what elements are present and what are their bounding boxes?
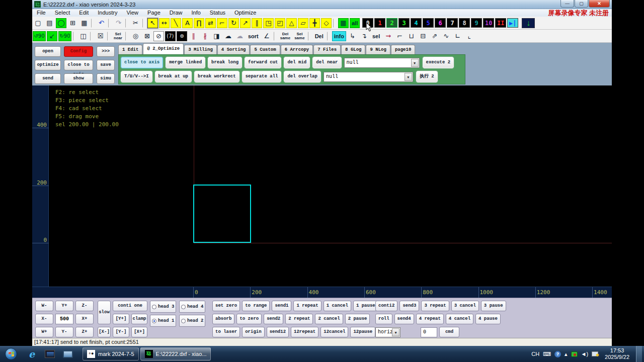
keyboard-icon[interactable]: ⌨ <box>543 351 551 357</box>
tab-7-files[interactable]: 7 Files <box>313 45 341 54</box>
display-taskbar-icon[interactable] <box>60 347 75 360</box>
to-laser-button[interactable]: to laser <box>212 327 240 337</box>
minimize-button[interactable]: — <box>560 0 574 8</box>
select-near-button[interactable]: Sel near <box>112 31 124 41</box>
save-left-button[interactable]: save <box>97 60 115 70</box>
restore-button[interactable]: ▢ <box>575 0 588 8</box>
tuv-to-i-button[interactable]: T/U/V-->I <box>121 71 152 82</box>
media-player-taskbar-icon[interactable] <box>42 347 57 360</box>
start-button[interactable] <box>5 348 17 360</box>
1-repeat-button[interactable]: 1 repeat <box>293 301 321 311</box>
cloud-fill-icon[interactable]: ☁ <box>223 31 233 41</box>
optimize-dropdown-2[interactable]: null ▼ <box>324 72 413 82</box>
to-zero-button[interactable]: to zero <box>236 314 262 324</box>
layer-7-button[interactable]: 7 <box>447 18 458 28</box>
layer-6-button[interactable]: 6 <box>435 18 446 28</box>
layer-8-button[interactable]: 8 <box>459 18 470 28</box>
toolbar-icon[interactable] <box>108 19 112 28</box>
del-mid-button[interactable]: del mid <box>284 57 310 68</box>
direction-dropdown[interactable]: horizo ▼ <box>375 327 400 337</box>
12repeat-button[interactable]: 12repeat <box>291 327 318 337</box>
clamp-button[interactable]: clamp <box>131 314 147 324</box>
4-repeat-button[interactable]: 4 repeat <box>416 314 444 324</box>
cmd-value-input[interactable]: 0 <box>421 327 437 337</box>
select-cursor-icon[interactable]: ↖ <box>147 18 158 28</box>
cloud-outline-icon[interactable]: ☁ <box>234 31 245 41</box>
l-corner-arc-icon[interactable]: ⌞ <box>464 31 474 41</box>
layer-3-button[interactable]: 3 <box>398 18 410 28</box>
offset-box-icon[interactable]: ◳ <box>263 18 274 28</box>
save-icon[interactable]: ▦ <box>79 18 90 28</box>
diamond-path-icon[interactable]: ◇ <box>321 18 332 28</box>
toolbar-icon[interactable] <box>107 32 111 41</box>
12pause-button[interactable]: 12pause <box>350 327 375 337</box>
send1-button[interactable]: send1 <box>272 301 291 311</box>
conti2-button[interactable]: conti2 <box>375 301 397 311</box>
sel-same-button[interactable]: Sel same <box>293 31 306 41</box>
show-desktop-button[interactable] <box>636 346 642 362</box>
break-workrect-button[interactable]: break workrect <box>194 71 239 82</box>
toolbar-icon[interactable] <box>73 32 76 41</box>
send-button[interactable]: send <box>35 73 61 84</box>
send-down-icon[interactable]: ↓ <box>522 18 535 28</box>
node-edit-icon[interactable]: ⇄ <box>205 18 216 28</box>
pause-button[interactable]: II <box>495 18 506 28</box>
layer-grid-icon[interactable]: ▦ <box>338 18 349 28</box>
layer-10-button[interactable]: 10 <box>483 18 494 28</box>
cross-arrows-icon[interactable]: ⇝ <box>383 31 393 41</box>
selected-square-shape[interactable] <box>193 185 251 243</box>
x-step-minus-button[interactable]: [X-] <box>98 327 111 337</box>
leader-arrow-icon[interactable]: ↗ <box>240 18 251 28</box>
open-button[interactable]: open <box>35 46 61 57</box>
close-to-axis-button[interactable]: close to axis <box>121 57 163 68</box>
import-file-icon[interactable]: ⊞ <box>67 18 78 28</box>
toggle-display-icon[interactable]: ⊘ <box>153 31 164 41</box>
group-boxes-icon[interactable]: ◨ <box>211 31 222 41</box>
head-4-radio[interactable]: head 4 <box>179 301 205 313</box>
view-button[interactable]: View <box>122 9 143 17</box>
stack-rows-icon[interactable]: ⊟ <box>418 31 428 41</box>
tab-4-sorting[interactable]: 4 Sorting <box>217 45 250 54</box>
x-plus-button[interactable]: X+ <box>75 314 94 324</box>
toolbar-icon[interactable] <box>125 32 129 41</box>
simu-button[interactable]: simu <box>97 73 115 84</box>
snap-corner-icon[interactable]: ↳ <box>347 31 358 41</box>
layer-5-button[interactable]: 5 <box>423 18 434 28</box>
file-button[interactable]: File <box>32 9 50 17</box>
play-next-button[interactable]: ▶| <box>507 18 518 28</box>
cut-icon[interactable]: ✂ <box>130 18 141 28</box>
4-pause-button[interactable]: 4 pause <box>475 314 501 324</box>
layer-9-button[interactable]: 9 <box>471 18 482 28</box>
rotate-tool-icon[interactable]: ↻ <box>228 18 239 28</box>
tab-3-milling[interactable]: 3 Milling <box>184 45 217 54</box>
absorb-button[interactable]: absorb <box>212 314 234 324</box>
ellipse-tool-icon[interactable]: ◎ <box>130 31 141 41</box>
set-zero-button[interactable]: set zero <box>212 301 240 311</box>
optimize-dropdown-1[interactable]: null ▼ <box>344 58 420 68</box>
sort-button[interactable]: sort <box>246 31 261 41</box>
delete-box-icon[interactable]: ☒ <box>95 31 106 41</box>
config-button[interactable]: Config <box>64 46 93 57</box>
toolbar-icon[interactable] <box>142 19 146 28</box>
status-button[interactable]: Status <box>205 9 230 17</box>
corner-tool-icon[interactable]: ⌐ <box>217 18 227 28</box>
rotate-90-ccw-icon[interactable]: ↺90 <box>33 31 46 41</box>
del-same-button[interactable]: Del same <box>279 31 292 41</box>
layer-all-button[interactable]: all <box>350 18 360 28</box>
2-pause-button[interactable]: 2 pause <box>345 314 370 324</box>
hatch-lines-icon[interactable]: ∥ <box>188 31 199 41</box>
circle-draw-icon[interactable]: ◯ <box>56 18 66 28</box>
x-minus-button[interactable]: X- <box>35 314 53 324</box>
tab-9-nlog[interactable]: 9 NLog <box>366 45 390 54</box>
3-pause-button[interactable]: 3 pause <box>481 301 506 311</box>
z-plus-button[interactable]: Z+ <box>75 327 94 337</box>
info-button[interactable]: info <box>332 31 346 41</box>
merge-linked-button[interactable]: merge linked <box>166 57 205 68</box>
y-plus-button[interactable]: Y+ <box>55 301 73 311</box>
cmd-button[interactable]: cmd <box>439 327 459 337</box>
tab-2-optimize[interactable]: @ 2_Optimize <box>143 43 184 54</box>
y-step-plus-button[interactable]: [Y+] <box>113 314 129 324</box>
forward-cut-button[interactable]: forward cut <box>245 57 281 68</box>
send12-button[interactable]: send12 <box>267 327 289 337</box>
edit-button[interactable]: Edit <box>74 9 93 17</box>
